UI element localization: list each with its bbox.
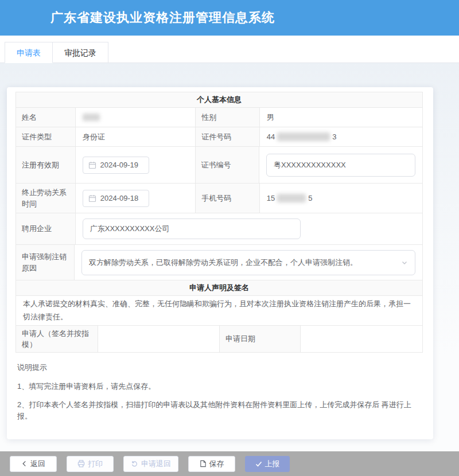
request-return-button[interactable]: 申请退回 bbox=[123, 456, 178, 472]
reg-validity-label: 注册有效期 bbox=[16, 146, 75, 183]
back-button-label: 返回 bbox=[30, 459, 45, 469]
termination-value: 2024-09-18 bbox=[100, 194, 139, 202]
employer-label: 聘用企业 bbox=[16, 213, 75, 244]
app-header: 广东省建设执业资格注册管理信息系统 bbox=[0, 0, 459, 36]
app-window: 广东省建设执业资格注册管理信息系统 申请表 审批记录 个人基本信息 姓名 bbox=[0, 0, 459, 476]
save-button-label: 保存 bbox=[209, 459, 224, 469]
page-title: 广东省建设执业资格注册管理信息系统 bbox=[0, 0, 459, 36]
termination-cell: 2024-09-18 bbox=[75, 183, 195, 213]
tab-application-form[interactable]: 申请表 bbox=[5, 42, 53, 63]
document-icon bbox=[200, 460, 207, 467]
print-button[interactable]: 打印 bbox=[67, 456, 114, 472]
phone-prefix: 15 bbox=[267, 194, 275, 202]
name-value bbox=[75, 107, 195, 127]
save-button[interactable]: 保存 bbox=[188, 456, 235, 472]
section-title-basic-info: 个人基本信息 bbox=[16, 92, 422, 107]
calendar-icon bbox=[88, 161, 96, 169]
section-title-declaration: 申请人声明及签名 bbox=[16, 280, 422, 295]
submit-button-label: 上报 bbox=[265, 459, 280, 469]
tab-approval-records[interactable]: 审批记录 bbox=[53, 42, 108, 63]
cancel-reason-select[interactable]: 双方解除劳动关系，已取得解除劳动关系证明，企业不配合，个人申请强制注销。 bbox=[81, 250, 415, 275]
calendar-icon bbox=[88, 194, 96, 202]
apply-date-value bbox=[300, 325, 422, 352]
cert-no-value: 粤XXXXXXXXXXXXX bbox=[274, 160, 346, 170]
cert-no-cell: 粤XXXXXXXXXXXXX bbox=[259, 146, 422, 183]
termination-date-input[interactable]: 2024-09-18 bbox=[83, 190, 149, 207]
employer-value: 广东XXXXXXXXXX公司 bbox=[90, 224, 170, 234]
instruction-item-1: 1、填写完注册申请资料后，请先点保存。 bbox=[17, 381, 423, 392]
phone-value: 15 5 bbox=[259, 183, 422, 213]
instructions-title: 说明提示 bbox=[17, 362, 423, 373]
content-area: 个人基本信息 姓名 性别 男 证件类型 身份证 证件号码 bbox=[0, 63, 459, 451]
applicant-sign-label: 申请人（签名并按指模） bbox=[16, 325, 98, 352]
id-number-prefix: 44 bbox=[267, 132, 275, 141]
id-type-value: 身份证 bbox=[75, 127, 195, 146]
instruction-item-2: 2、打印本表个人签名并按指模，扫描打印的申请表以及其他附件资料在附件资料里面上传… bbox=[17, 399, 423, 422]
cancel-reason-cell: 双方解除劳动关系，已取得解除劳动关系证明，企业不配合，个人申请强制注销。 bbox=[74, 244, 422, 280]
instructions-block: 说明提示 1、填写完注册申请资料后，请先点保存。 2、打印本表个人签名并按指模，… bbox=[15, 353, 424, 422]
reg-validity-date-input[interactable]: 2024-09-19 bbox=[83, 157, 149, 174]
cert-no-label: 证书编号 bbox=[195, 146, 259, 183]
printer-icon bbox=[77, 460, 85, 467]
reg-validity-cell: 2024-09-19 bbox=[75, 146, 195, 183]
check-icon bbox=[255, 461, 262, 467]
form-card: 个人基本信息 姓名 性别 男 证件类型 身份证 证件号码 bbox=[7, 87, 433, 439]
redacted-name-blur bbox=[83, 114, 100, 121]
cancel-reason-value: 双方解除劳动关系，已取得解除劳动关系证明，企业不配合，个人申请强制注销。 bbox=[89, 257, 357, 268]
id-number-label: 证件号码 bbox=[195, 127, 259, 146]
back-button[interactable]: 返回 bbox=[10, 456, 57, 472]
tab-label: 审批记录 bbox=[64, 48, 96, 57]
redacted-id-blur bbox=[277, 132, 330, 141]
redacted-phone-blur bbox=[277, 194, 306, 202]
submit-button[interactable]: 上报 bbox=[245, 456, 290, 472]
apply-date-label: 申请日期 bbox=[219, 325, 300, 352]
chevron-left-icon bbox=[21, 461, 28, 467]
cancel-reason-label: 申请强制注销原因 bbox=[16, 244, 74, 280]
tab-bar: 申请表 审批记录 bbox=[0, 36, 459, 63]
action-bar: 返回 打印 申请退回 保存 bbox=[0, 451, 459, 476]
employer-input[interactable]: 广东XXXXXXXXXX公司 bbox=[83, 219, 301, 239]
print-button-label: 打印 bbox=[88, 459, 103, 469]
tab-label: 申请表 bbox=[17, 48, 41, 57]
name-label: 姓名 bbox=[16, 107, 75, 127]
application-form-table: 个人基本信息 姓名 性别 男 证件类型 身份证 证件号码 bbox=[15, 92, 423, 353]
declaration-text: 本人承诺提交的材料真实、准确、完整，无任何隐瞒和欺骗行为，且对本次注册执业资格注… bbox=[16, 295, 422, 325]
cert-no-input[interactable]: 粤XXXXXXXXXXXXX bbox=[266, 154, 415, 177]
undo-icon bbox=[131, 460, 138, 467]
termination-label: 终止劳动关系时间 bbox=[16, 183, 75, 213]
id-type-label: 证件类型 bbox=[16, 127, 75, 146]
gender-value: 男 bbox=[259, 107, 422, 127]
phone-label: 手机号码 bbox=[195, 183, 259, 213]
id-number-value: 44 3 bbox=[259, 127, 422, 146]
request-return-button-label: 申请退回 bbox=[141, 459, 171, 469]
applicant-sign-value bbox=[98, 325, 219, 352]
id-number-suffix: 3 bbox=[332, 132, 336, 141]
chevron-down-icon bbox=[401, 259, 408, 266]
reg-validity-value: 2024-09-19 bbox=[100, 161, 139, 169]
employer-cell: 广东XXXXXXXXXX公司 bbox=[75, 213, 422, 244]
phone-suffix: 5 bbox=[308, 194, 312, 202]
gender-label: 性别 bbox=[195, 107, 259, 127]
